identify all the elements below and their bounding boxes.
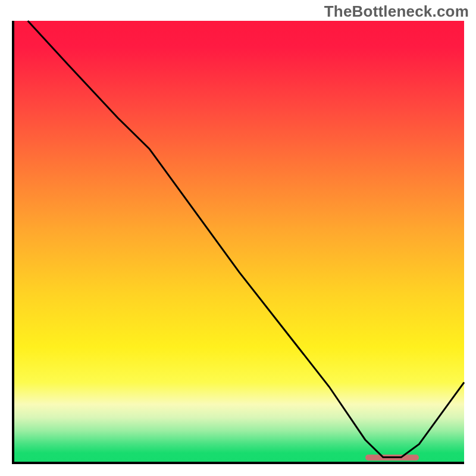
watermark-text: TheBottleneck.com — [324, 2, 469, 21]
plot-area — [12, 21, 464, 464]
chart-container: TheBottleneck.com — [0, 0, 476, 476]
bottleneck-curve — [14, 21, 464, 462]
